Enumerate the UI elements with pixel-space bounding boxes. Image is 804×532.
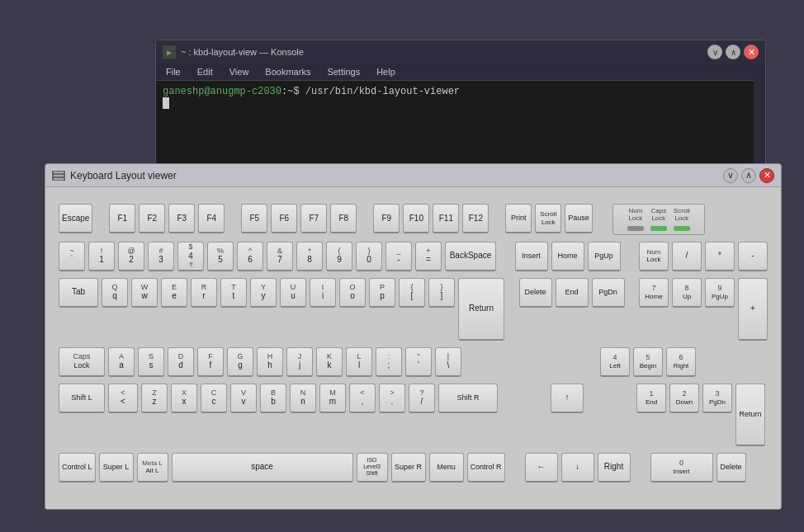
key-f11[interactable]: F11 — [433, 204, 459, 233]
key-minus[interactable]: _- — [385, 242, 412, 271]
key-y[interactable]: Yy — [250, 278, 277, 308]
key-num6[interactable]: 6Right — [666, 347, 696, 377]
key-4[interactable]: $4₹ — [177, 242, 204, 271]
key-num-asterisk[interactable]: * — [705, 242, 735, 271]
key-shift-left[interactable]: Shift L — [59, 384, 105, 413]
key-8[interactable]: *8 — [296, 242, 323, 271]
key-c[interactable]: Cc — [201, 384, 227, 413]
konsole-menu-bookmarks[interactable]: Bookmarks — [258, 65, 317, 78]
key-w[interactable]: Ww — [131, 278, 158, 308]
key-shift-right[interactable]: Shift R — [438, 384, 498, 413]
key-super-right[interactable]: Super R — [391, 453, 426, 483]
key-f7[interactable]: F7 — [300, 204, 327, 233]
key-num1[interactable]: 1End — [636, 384, 666, 413]
key-b[interactable]: Bb — [260, 384, 286, 413]
key-num-minus[interactable]: - — [738, 242, 768, 271]
key-num-slash[interactable]: / — [672, 242, 702, 271]
key-backslash[interactable]: |\ — [435, 347, 461, 377]
key-t[interactable]: Tt — [220, 278, 247, 308]
key-tab[interactable]: Tab — [59, 278, 98, 308]
key-f1[interactable]: F1 — [109, 204, 135, 233]
key-9[interactable]: (9 — [326, 242, 352, 271]
key-scroll-lock[interactable]: ScrollLock — [535, 204, 561, 233]
key-x[interactable]: Xx — [171, 384, 197, 413]
konsole-menu-edit[interactable]: Edit — [191, 65, 220, 78]
key-f6[interactable]: F6 — [271, 204, 297, 233]
key-num3[interactable]: 3PgDn — [702, 384, 732, 413]
key-num8[interactable]: 8Up — [672, 278, 702, 308]
key-m[interactable]: Mm — [319, 384, 346, 413]
key-lbracket[interactable]: {[ — [399, 278, 425, 308]
konsole-menu-help[interactable]: Help — [370, 65, 402, 78]
key-5[interactable]: %5 — [207, 242, 234, 271]
key-e[interactable]: Ee — [161, 278, 187, 308]
key-l[interactable]: Ll — [346, 347, 372, 377]
key-menu[interactable]: Menu — [429, 453, 464, 483]
kbd-minimize-button[interactable]: ∨ — [723, 168, 738, 183]
key-num9[interactable]: 9PgUp — [705, 278, 735, 308]
key-q[interactable]: Qq — [102, 278, 128, 308]
key-ctrl-right[interactable]: Control R — [467, 453, 505, 483]
key-slash[interactable]: ?/ — [409, 384, 435, 413]
key-f[interactable]: Ff — [197, 347, 224, 377]
key-num5[interactable]: 5Begin — [633, 347, 663, 377]
key-backtick[interactable]: ~` — [59, 242, 85, 271]
key-right[interactable]: Right — [598, 453, 631, 483]
key-h[interactable]: Hh — [257, 347, 283, 377]
key-z[interactable]: Zz — [141, 384, 168, 413]
key-g[interactable]: Gg — [227, 347, 253, 377]
key-0[interactable]: )0 — [356, 242, 382, 271]
key-j[interactable]: Jj — [286, 347, 313, 377]
key-left[interactable]: ← — [525, 453, 558, 483]
key-up[interactable]: ↑ — [551, 384, 584, 413]
konsole-minimize-button[interactable]: ∨ — [707, 45, 722, 59]
key-num0[interactable]: 0Insert — [650, 453, 713, 483]
key-d[interactable]: Dd — [168, 347, 194, 377]
key-2[interactable]: @2 — [118, 242, 144, 271]
key-i[interactable]: Ii — [310, 278, 336, 308]
key-s[interactable]: Ss — [138, 347, 164, 377]
konsole-maximize-button[interactable]: ∧ — [726, 45, 740, 59]
key-f4[interactable]: F4 — [198, 204, 225, 233]
key-ctrl-left[interactable]: Control L — [59, 453, 96, 483]
konsole-menu-file[interactable]: File — [159, 65, 187, 78]
key-iso[interactable]: << — [108, 384, 138, 413]
key-period[interactable]: >. — [379, 384, 405, 413]
key-k[interactable]: Kk — [316, 347, 343, 377]
key-f10[interactable]: F10 — [403, 204, 429, 233]
key-num7[interactable]: 7Home — [639, 278, 669, 308]
key-down[interactable]: ↓ — [561, 453, 594, 483]
key-iso-level3[interactable]: ISOLevel3Shift — [357, 453, 388, 483]
key-n[interactable]: Nn — [290, 384, 316, 413]
key-quote[interactable]: "' — [405, 347, 432, 377]
key-p[interactable]: Pp — [369, 278, 395, 308]
key-pgup[interactable]: PgUp — [588, 242, 621, 271]
key-delete[interactable]: Delete — [519, 278, 552, 308]
key-1[interactable]: !1 — [88, 242, 115, 271]
key-backspace[interactable]: BackSpace — [445, 242, 496, 271]
key-r[interactable]: Rr — [191, 278, 217, 308]
key-num-enter[interactable]: Return — [735, 384, 765, 446]
key-return[interactable]: Return — [458, 278, 504, 341]
key-7[interactable]: &7 — [267, 242, 293, 271]
key-insert[interactable]: Insert — [515, 242, 548, 271]
key-end[interactable]: End — [556, 278, 589, 308]
key-semicolon[interactable]: :; — [376, 347, 402, 377]
konsole-menu-settings[interactable]: Settings — [320, 65, 367, 78]
konsole-scrollbar[interactable] — [754, 64, 765, 167]
key-num4[interactable]: 4Left — [600, 347, 630, 377]
key-home[interactable]: Home — [551, 242, 584, 271]
kbd-maximize-button[interactable]: ∧ — [741, 168, 756, 183]
key-capslock[interactable]: CapsLock — [59, 347, 105, 377]
key-6[interactable]: ^6 — [237, 242, 263, 271]
key-num2[interactable]: 2Down — [669, 384, 699, 413]
key-num-delete[interactable]: Delete — [717, 453, 746, 483]
key-o[interactable]: Oo — [339, 278, 366, 308]
key-num-plus[interactable]: + — [738, 278, 768, 341]
key-u[interactable]: Uu — [280, 278, 306, 308]
key-comma[interactable]: <, — [349, 384, 376, 413]
key-f8[interactable]: F8 — [330, 204, 357, 233]
key-equals[interactable]: += — [415, 242, 442, 271]
key-super-left[interactable]: Super L — [99, 453, 134, 483]
key-numlock[interactable]: NumLock — [639, 242, 669, 271]
